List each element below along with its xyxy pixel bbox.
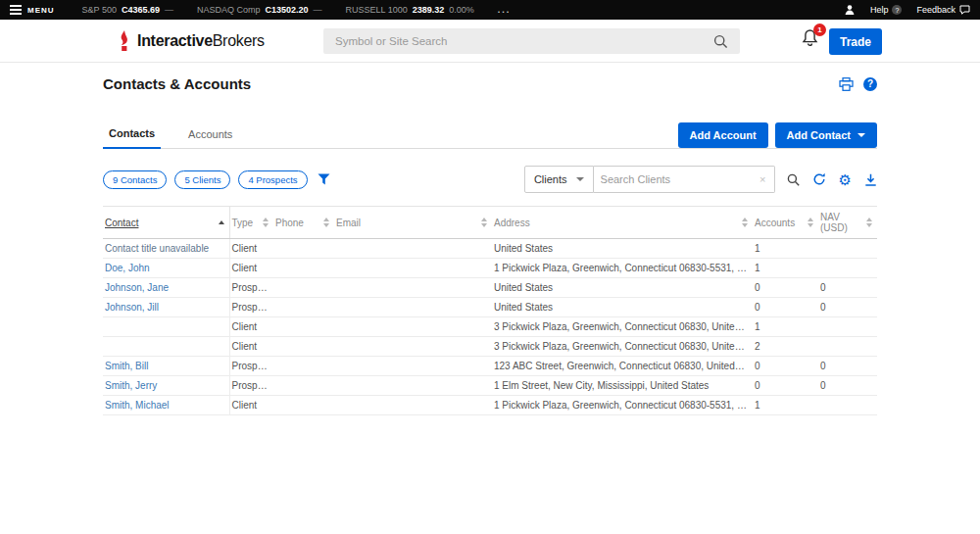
sort-icon — [263, 218, 269, 227]
download-icon — [864, 173, 877, 186]
cell-accounts: 0 — [753, 357, 818, 376]
table-row[interactable]: Johnson, Jane Prospect United States 0 0 — [103, 278, 877, 298]
cell-contact[interactable] — [103, 337, 229, 357]
add-account-label: Add Account — [690, 129, 757, 141]
notification-badge: 1 — [813, 24, 826, 36]
tab-accounts[interactable]: Accounts — [182, 128, 238, 148]
add-contact-label: Add Contact — [787, 129, 851, 141]
cell-email — [334, 259, 492, 278]
column-header-accounts[interactable]: Accounts — [753, 207, 818, 239]
feedback-button[interactable]: Feedback — [916, 5, 970, 15]
help-menu-button[interactable]: Help ? — [870, 5, 903, 15]
cell-address: United States — [492, 278, 753, 298]
cell-contact[interactable]: Johnson, Jill — [103, 298, 229, 317]
cell-phone — [273, 278, 334, 298]
global-search-input[interactable] — [335, 35, 713, 47]
ticker-value: C13502.20 — [266, 5, 309, 15]
ticker-name: S&P 500 — [82, 5, 117, 15]
sort-icon — [808, 218, 813, 227]
clear-search-icon[interactable]: × — [759, 173, 766, 185]
cell-contact[interactable]: Johnson, Jane — [103, 278, 229, 298]
add-contact-button[interactable]: Add Contact — [775, 122, 877, 148]
ticker-name: RUSSELL 1000 — [346, 5, 408, 15]
more-tickers-button[interactable]: ... — [498, 5, 512, 15]
page-help-icon[interactable]: ? — [863, 77, 877, 91]
table-row[interactable]: Contact title unavailable Client United … — [103, 239, 877, 259]
column-header-phone[interactable]: Phone — [273, 207, 334, 239]
trade-button[interactable]: Trade — [829, 28, 882, 55]
cell-type: Client — [229, 337, 273, 357]
global-search-bar — [323, 28, 740, 54]
search-icon[interactable] — [713, 34, 728, 49]
cell-nav — [818, 317, 877, 337]
column-label: NAV (USD) — [820, 212, 862, 233]
table-row[interactable]: Smith, Michael Client 1 Pickwick Plaza, … — [103, 396, 877, 415]
column-label: Accounts — [755, 218, 795, 228]
cell-contact[interactable]: Smith, Michael — [103, 396, 229, 415]
cell-contact[interactable] — [103, 317, 229, 337]
column-header-email[interactable]: Email — [334, 207, 492, 239]
site-header: InteractiveBrokers 1 Trade — [0, 20, 980, 63]
client-type-select[interactable]: Clients — [524, 166, 594, 193]
contacts-table: Contact Type Phone Email Address — [103, 206, 877, 415]
clients-search-input[interactable] — [601, 173, 760, 185]
column-label: Contact — [105, 218, 138, 228]
cell-accounts: 1 — [753, 396, 818, 415]
add-account-button[interactable]: Add Account — [678, 122, 768, 148]
table-row[interactable]: Client 3 Pickwick Plaza, Greenwich, Conn… — [103, 317, 877, 337]
account-menu-button[interactable] — [844, 4, 856, 16]
ticker-sp500[interactable]: S&P 500 C4365.69 — — [82, 5, 173, 15]
column-label: Phone — [275, 218, 304, 228]
ticker-nasdaq[interactable]: NASDAQ Comp C13502.20 — — [197, 5, 322, 15]
cell-accounts: 1 — [753, 317, 818, 337]
ticker-change: — — [165, 5, 173, 15]
table-row[interactable]: Smith, Bill Prospect 123 ABC Street, Gre… — [103, 357, 877, 376]
chip-prospects[interactable]: 4 Prospects — [238, 170, 307, 189]
cell-contact[interactable]: Contact title unavailable — [103, 239, 229, 259]
print-icon[interactable] — [839, 77, 854, 91]
cell-nav: 0 — [818, 298, 877, 317]
table-row[interactable]: Client 3 Pickwick Plaza, Greenwich, Conn… — [103, 337, 877, 357]
cell-email — [334, 337, 492, 357]
cell-address: 1 Pickwick Plaza, Greenwich, Connecticut… — [492, 259, 753, 278]
cell-nav — [818, 396, 877, 415]
feedback-label: Feedback — [916, 5, 956, 15]
tab-contacts[interactable]: Contacts — [103, 127, 161, 149]
column-header-type[interactable]: Type — [229, 207, 273, 239]
download-button[interactable] — [864, 173, 877, 186]
sort-icon — [323, 218, 329, 227]
chip-contacts[interactable]: 9 Contacts — [103, 170, 167, 189]
cell-address: United States — [492, 239, 753, 259]
hamburger-icon — [10, 9, 22, 11]
filter-button[interactable] — [318, 173, 330, 185]
table-search-button[interactable] — [787, 173, 800, 186]
cell-type: Client — [229, 317, 273, 337]
cell-address: 3 Pickwick Plaza, Greenwich, Connecticut… — [492, 317, 753, 337]
cell-contact[interactable]: Smith, Jerry — [103, 376, 229, 396]
table-row[interactable]: Smith, Jerry Prospect 1 Elm Street, New … — [103, 376, 877, 396]
column-header-contact[interactable]: Contact — [103, 207, 229, 239]
table-row[interactable]: Doe, John Client 1 Pickwick Plaza, Green… — [103, 259, 877, 278]
ticker-value: 2389.32 — [413, 5, 445, 15]
chevron-down-icon — [576, 177, 584, 181]
ticker-russell[interactable]: RUSSELL 1000 2389.32 0.00% — [346, 5, 474, 15]
main-menu-button[interactable]: MENU — [10, 6, 55, 15]
cell-type: Client — [229, 396, 273, 415]
sort-icon — [742, 218, 748, 227]
notifications-button[interactable]: 1 — [801, 28, 820, 50]
cell-accounts: 0 — [753, 298, 818, 317]
chip-clients[interactable]: 5 Clients — [174, 170, 230, 189]
sort-icon — [866, 218, 872, 227]
menu-label: MENU — [27, 6, 55, 15]
cell-type: Client — [229, 259, 273, 278]
cell-contact[interactable]: Doe, John — [103, 259, 229, 278]
cell-contact[interactable]: Smith, Bill — [103, 357, 229, 376]
column-header-nav[interactable]: NAV (USD) — [818, 207, 877, 239]
table-row[interactable]: Johnson, Jill Prospect United States 0 0 — [103, 298, 877, 317]
cell-address: 1 Pickwick Plaza, Greenwich, Connecticut… — [492, 396, 753, 415]
refresh-button[interactable] — [812, 172, 826, 186]
brand-logo[interactable]: InteractiveBrokers — [118, 30, 265, 51]
settings-button[interactable]: ⚙ — [839, 172, 852, 187]
column-header-address[interactable]: Address — [492, 207, 753, 239]
cell-phone — [273, 337, 334, 357]
